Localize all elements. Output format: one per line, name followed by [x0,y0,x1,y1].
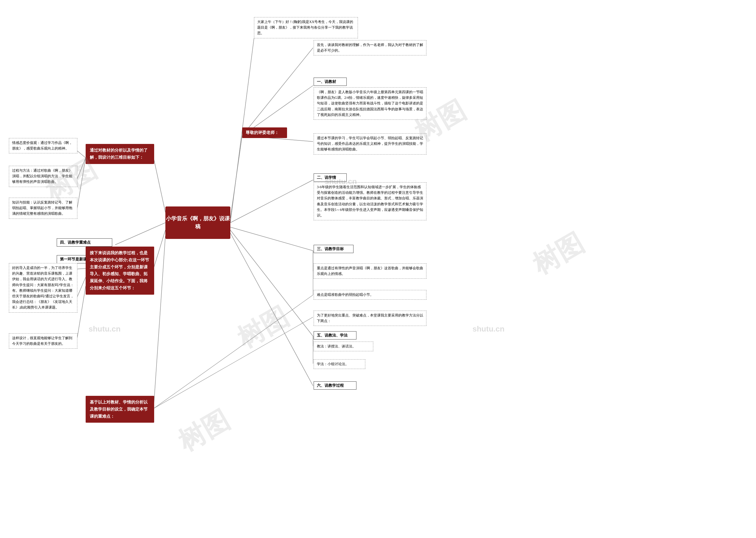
difficulty-set-text: 基于以上对教材、学情的分析以及教学目标的设立，我确定本节课的重难点： [90,400,148,418]
svg-line-11 [230,136,242,218]
watermark-domain: shutu.cn [89,324,120,334]
learn-method-box: 学法：小组讨论法。 [314,359,365,369]
key-point-text: 重点是通过有弹性的声音演唱《啊，朋友》这首歌曲，并能够会歌曲乐观向上的情感。 [317,266,423,276]
emotion-goal-box: 情感态度价值观：通过学习作品《啊，朋友》，感受歌曲乐观向上的精神。 [9,138,77,153]
center-label: 小学音乐《啊，朋友》说课稿 [165,215,230,231]
design-result-box: 这样设计，很直观地能够让学生了解到今天学习的歌曲是有关于朋友的。 [9,333,77,349]
svg-line-8 [77,286,86,341]
key-point-box: 重点是通过有弹性的声音演唱《啊，朋友》这首歌曲，并能够会歌曲乐观向上的情感。 [314,263,426,279]
svg-line-13 [242,48,313,136]
knowledge-skill-box: 知识与技能：认识反复跳转记号、了解弱拍起唱、掌握弱起小节，并能够用饱满的情绪完整… [9,198,77,219]
svg-line-24 [154,295,313,408]
student-situation-text: 3-6年级的学生随着生活范围和认知领域进一步扩展，学生的体验感受与探索创造的活动… [317,185,423,217]
process-method-text: 过程与方法：通过对歌曲《啊，朋友》演唱，并配以分组演唱的方法，学生能够用有弹性的… [12,168,72,184]
center-node: 小学音乐《啊，朋友》说课稿 [165,206,230,239]
svg-line-0 [154,158,165,212]
section2-label: 二、说学情 [317,175,336,180]
process-method-box: 过程与方法：通过对歌曲《啊，朋友》演唱，并配以分组演唱的方法，学生能够用有弹性的… [9,166,77,187]
section5-label: 五、说教法、学法 [317,333,347,338]
svg-line-7 [77,277,86,298]
respected-teacher-box: 尊敬的评委老师： [242,128,287,138]
svg-line-1 [77,150,86,158]
to-highlight-box: 为了更好地突出重点、突破难点，本堂课我主要采用的教学方法分以下两点： [314,311,426,326]
good-intro-text: 好的导入是成功的一半，为了培养学生的兴趣、营造浓郁的音乐课氛围，上课伊始，我会用… [12,266,74,309]
mindmap-container: 树图 树图 树图 树图 树图 shutu.cn shutu.cn shutu.c… [0,0,756,538]
first-understand-box: 首先，谈谈我对教材的理解，作为一名老师，我认为对于教材的了解是必不可少的。 [314,40,426,55]
svg-line-22 [230,233,313,386]
difficult-point-text: 难点是唱准歌曲中的弱拍起唱小节。 [317,293,374,297]
student-situation-box: 3-6年级的学生随着生活范围和认知领域进一步扩展，学生的体验感受与探索创造的活动… [314,182,426,220]
to-highlight-text: 为了更好地突出重点、突破难点，本堂课我主要采用的教学方法分以下两点： [317,313,423,323]
svg-line-5 [154,230,165,268]
greeting-box: 大家上午（下午）好！(鞠躬)我是XX号考生，今天，我说课的题目是《啊，朋友》，接… [254,17,358,38]
learn-method-text: 学法：小组讨论法。 [317,362,349,366]
section4-label: 四、说教学重难点 [60,240,91,244]
three-dim-box: 通过对教材的分析以及学情的了解，我设计的三维目标如下： [86,144,154,164]
section6-header: 六、说教学过程 [314,381,356,390]
respected-teacher-label: 尊敬的评委老师： [246,131,279,135]
learning-goals-text: 通过本节课的学习，学生可以学会弱起小节、弱拍起唱、反复跳转记号的知识，感受作品表… [317,136,423,151]
svg-line-16 [230,227,313,251]
svg-line-19 [230,230,313,336]
textbook-content-box: 《啊，朋友》是人教版小学音乐六年级上册第四单元第四课的一节唱歌课作品为G调。2/… [314,87,426,120]
section3-header: 三、说教学目标 [314,245,353,253]
svg-line-23 [154,317,313,408]
greeting-text: 大家上午（下午）好！(鞠躬)我是XX号考生，今天，我说课的题目是《啊，朋友》，接… [257,20,353,35]
section1-header: 一、说教材 [314,78,347,86]
section4-header: 四、说教学重难点 [57,238,112,246]
emotion-goal-text: 情感态度价值观：通过学习作品《啊，朋友》，感受歌曲乐观向上的精神。 [12,141,72,150]
knowledge-skill-text: 知识与技能：认识反复跳转记号、了解弱拍起唱、掌握弱起小节，并能够用饱满的情绪完整… [12,200,72,216]
teaching-process-box: 接下来说说我的教学过程，也是本次说课的中心部分;在这一环节主要分成五个环节，分别… [86,246,154,295]
difficult-point-box: 难点是唱准歌曲中的弱拍起唱小节。 [314,290,426,300]
svg-line-2 [77,158,86,180]
svg-line-6 [77,268,86,269]
watermark-2: 树图 [231,299,295,356]
section1-label: 一、说教材 [317,80,336,84]
teach-method-text: 教法：讲授法、谈话法。 [317,344,356,349]
section6-label: 六、说教学过程 [317,383,344,388]
svg-line-9 [154,236,165,408]
first-understand-text: 首先，谈谈我对教材的理解，作为一名老师，我认为对于教材的了解是必不可少的。 [317,43,423,52]
three-dim-text: 通过对教材的分析以及学情的了解，我设计的三维目标如下： [90,148,148,160]
section5-header: 五、说教法、学法 [314,331,356,340]
watermark-4: 树图 [526,225,590,283]
section2-header: 二、说学情 [314,174,347,182]
teach-method-box: 教法：讲授法、谈话法。 [314,342,373,351]
svg-line-4 [115,223,165,245]
good-intro-box: 好的导入是成功的一半，为了培养学生的兴趣、营造浓郁的音乐课氛围，上课伊始，我会用… [9,263,77,313]
teaching-process-text: 接下来说说我的教学过程，也是本次说课的中心部分;在这一环节主要分成五个环节，分别… [90,251,149,290]
learning-goals-box: 通过本节课的学习，学生可以学会弱起小节、弱拍起唱、反复跳转记号的知识，感受作品表… [314,133,426,155]
difficulty-set-box: 基于以上对教材、学情的分析以及教学目标的设立，我确定本节课的重难点： [86,396,154,423]
section3-label: 三、说教学目标 [317,246,344,251]
textbook-content-text: 《啊，朋友》是人教版小学音乐六年级上册第四单元第四课的一节唱歌课作品为G调。2/… [317,90,423,117]
svg-line-15 [230,180,313,223]
design-result-text: 这样设计，很直观地能够让学生了解到今天学习的歌曲是有关于朋友的。 [12,336,72,346]
watermark-5: 树图 [172,402,236,460]
svg-line-3 [77,158,86,211]
watermark-domain3: shutu.cn [472,324,504,334]
